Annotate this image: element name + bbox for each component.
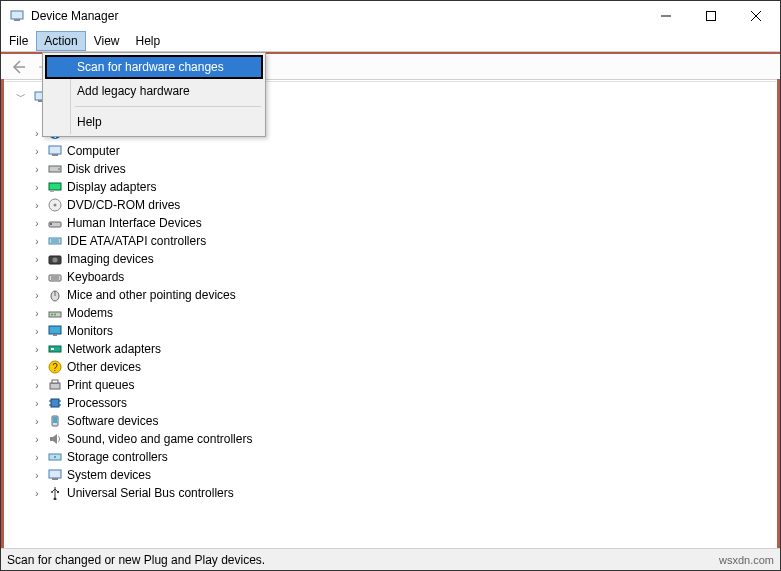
menu-help[interactable]: Help	[128, 31, 169, 51]
svg-rect-9	[49, 146, 61, 154]
usb-icon	[47, 485, 63, 501]
chevron-right-icon[interactable]: ›	[31, 181, 43, 193]
chevron-right-icon[interactable]: ›	[31, 217, 43, 229]
chevron-right-icon[interactable]: ›	[31, 361, 43, 373]
menu-action[interactable]: Action	[36, 31, 85, 51]
tree-item-ide[interactable]: › IDE ATA/ATAPI controllers	[31, 232, 776, 250]
chevron-right-icon[interactable]: ›	[31, 433, 43, 445]
chevron-right-icon[interactable]: ›	[31, 415, 43, 427]
hid-icon	[47, 215, 63, 231]
device-label: Display adapters	[67, 180, 156, 194]
tree-item-disk-drives[interactable]: › Disk drives	[31, 160, 776, 178]
chevron-right-icon[interactable]: ›	[31, 487, 43, 499]
tree-item-hid[interactable]: › Human Interface Devices	[31, 214, 776, 232]
menu-view[interactable]: View	[86, 31, 128, 51]
chevron-down-icon[interactable]: ﹀	[15, 91, 27, 103]
app-icon	[9, 8, 25, 24]
chevron-right-icon[interactable]: ›	[31, 469, 43, 481]
minimize-button[interactable]	[643, 2, 688, 31]
keyboard-icon	[47, 269, 63, 285]
ide-icon	[47, 233, 63, 249]
dvd-icon	[47, 197, 63, 213]
tree-item-computer[interactable]: › Computer	[31, 142, 776, 160]
chevron-right-icon[interactable]: ›	[31, 271, 43, 283]
chevron-right-icon[interactable]: ›	[31, 325, 43, 337]
svg-point-23	[53, 258, 58, 263]
svg-rect-1	[14, 19, 20, 21]
tree-item-software[interactable]: › Software devices	[31, 412, 776, 430]
svg-point-52	[51, 491, 53, 493]
device-tree-pane[interactable]: ﹀ › Batteries › Bluetooth › Computer › D…	[5, 81, 776, 542]
svg-rect-34	[49, 346, 61, 352]
device-label: Disk drives	[67, 162, 126, 176]
statusbar: Scan for changed or new Plug and Play de…	[1, 548, 780, 570]
tree-item-mice[interactable]: › Mice and other pointing devices	[31, 286, 776, 304]
left-accent	[1, 79, 4, 548]
camera-icon	[47, 251, 63, 267]
tree-item-print[interactable]: › Print queues	[31, 376, 776, 394]
svg-rect-13	[49, 183, 61, 190]
storage-icon	[47, 449, 63, 465]
tree-item-usb[interactable]: › Universal Serial Bus controllers	[31, 484, 776, 502]
tree-item-storage[interactable]: › Storage controllers	[31, 448, 776, 466]
svg-rect-53	[57, 491, 59, 493]
svg-rect-14	[50, 190, 54, 192]
svg-point-30	[51, 314, 53, 316]
close-button[interactable]	[733, 2, 778, 31]
device-tree: ﹀ › Batteries › Bluetooth › Computer › D…	[5, 82, 776, 502]
menu-action-help[interactable]: Help	[45, 110, 263, 134]
chevron-right-icon[interactable]: ›	[31, 451, 43, 463]
back-button[interactable]	[7, 56, 29, 78]
other-devices-icon: ?	[47, 359, 63, 375]
software-icon	[47, 413, 63, 429]
tree-item-keyboards[interactable]: › Keyboards	[31, 268, 776, 286]
chevron-right-icon[interactable]: ›	[31, 397, 43, 409]
chevron-right-icon[interactable]: ›	[31, 307, 43, 319]
chevron-right-icon[interactable]: ›	[31, 163, 43, 175]
chevron-right-icon[interactable]: ›	[31, 289, 43, 301]
tree-item-other[interactable]: › ? Other devices	[31, 358, 776, 376]
computer-icon	[47, 143, 63, 159]
statusbar-text: Scan for changed or new Plug and Play de…	[7, 553, 265, 567]
menu-scan-hardware[interactable]: Scan for hardware changes	[45, 55, 263, 79]
network-icon	[47, 341, 63, 357]
device-label: Other devices	[67, 360, 141, 374]
tree-item-imaging[interactable]: › Imaging devices	[31, 250, 776, 268]
menu-add-legacy[interactable]: Add legacy hardware	[45, 79, 263, 103]
window-controls	[643, 2, 778, 31]
svg-point-51	[54, 498, 57, 501]
chevron-right-icon[interactable]: ›	[31, 145, 43, 157]
tree-item-system[interactable]: › System devices	[31, 466, 776, 484]
system-icon	[47, 467, 63, 483]
device-label: Computer	[67, 144, 120, 158]
tree-item-dvd[interactable]: › DVD/CD-ROM drives	[31, 196, 776, 214]
tree-item-processors[interactable]: › Processors	[31, 394, 776, 412]
svg-rect-38	[50, 383, 60, 389]
chevron-right-icon[interactable]: ›	[31, 253, 43, 265]
processor-icon	[47, 395, 63, 411]
chevron-right-icon[interactable]: ›	[31, 199, 43, 211]
display-adapter-icon	[47, 179, 63, 195]
tree-item-modems[interactable]: › Modems	[31, 304, 776, 322]
tree-item-network[interactable]: › Network adapters	[31, 340, 776, 358]
maximize-button[interactable]	[688, 2, 733, 31]
device-label: System devices	[67, 468, 151, 482]
svg-rect-49	[49, 470, 61, 478]
tree-item-monitors[interactable]: › Monitors	[31, 322, 776, 340]
menu-file[interactable]: File	[1, 31, 36, 51]
sound-icon	[47, 431, 63, 447]
svg-point-48	[54, 456, 56, 458]
mouse-icon	[47, 287, 63, 303]
titlebar: Device Manager	[1, 1, 780, 31]
chevron-right-icon[interactable]: ›	[31, 343, 43, 355]
tree-item-display-adapters[interactable]: › Display adapters	[31, 178, 776, 196]
device-label: Keyboards	[67, 270, 124, 284]
svg-rect-46	[53, 417, 57, 423]
svg-rect-35	[51, 348, 54, 350]
chevron-right-icon[interactable]: ›	[31, 235, 43, 247]
monitor-icon	[47, 323, 63, 339]
tree-item-sound[interactable]: › Sound, video and game controllers	[31, 430, 776, 448]
svg-rect-32	[49, 326, 61, 334]
chevron-right-icon[interactable]: ›	[31, 379, 43, 391]
device-label: IDE ATA/ATAPI controllers	[67, 234, 206, 248]
